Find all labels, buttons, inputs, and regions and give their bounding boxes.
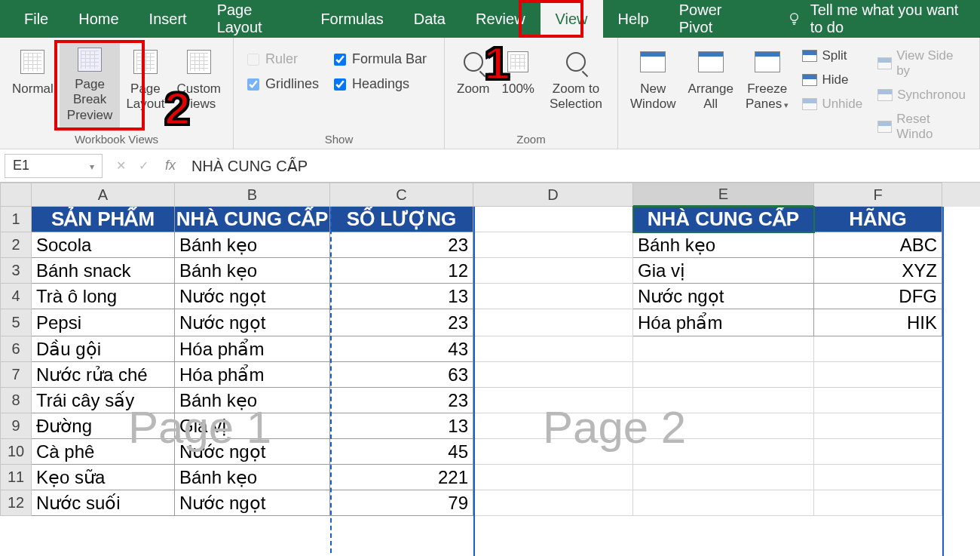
- menu-data[interactable]: Data: [399, 0, 461, 38]
- cell[interactable]: [473, 388, 633, 413]
- cell[interactable]: DFG: [814, 284, 942, 309]
- cell[interactable]: SẢN PHẨM: [32, 207, 175, 232]
- cell[interactable]: Bánh kẹo: [633, 232, 814, 258]
- cell[interactable]: Hóa phẩm: [175, 362, 330, 388]
- row-header[interactable]: 2: [0, 232, 32, 258]
- cell[interactable]: [814, 336, 942, 362]
- formula-input[interactable]: [184, 154, 980, 178]
- spreadsheet-grid[interactable]: A B C D E F 1SẢN PHẨMNHÀ CUNG CẤPSỐ LƯỢN…: [0, 183, 980, 516]
- menu-home[interactable]: Home: [63, 0, 133, 38]
- cell[interactable]: 63: [330, 362, 473, 388]
- cell[interactable]: Bánh kẹo: [175, 465, 330, 490]
- freeze-panes-button[interactable]: Freeze Panes: [740, 41, 795, 127]
- cell[interactable]: [633, 413, 814, 439]
- row-header[interactable]: 3: [0, 258, 32, 284]
- split-button[interactable]: Split: [799, 47, 865, 65]
- cell[interactable]: Nước ngọt: [175, 439, 330, 465]
- cell[interactable]: [633, 388, 814, 413]
- cell[interactable]: [633, 336, 814, 362]
- cell[interactable]: [473, 207, 633, 232]
- cell[interactable]: Bánh kẹo: [175, 232, 330, 258]
- cell[interactable]: Nước suối: [32, 490, 175, 516]
- col-header-F[interactable]: F: [814, 183, 942, 207]
- fx-button[interactable]: fx: [157, 158, 184, 174]
- col-header-C[interactable]: C: [330, 183, 473, 207]
- cell[interactable]: Hóa phẩm: [633, 309, 814, 336]
- cell[interactable]: HÃNG: [814, 207, 942, 232]
- gridlines-checkbox[interactable]: Gridlines: [247, 76, 319, 92]
- custom-views-button[interactable]: Custom Views: [170, 41, 227, 127]
- cell[interactable]: 12: [330, 258, 473, 284]
- cell[interactable]: Trái cây sấy: [32, 388, 175, 413]
- cell[interactable]: 23: [330, 388, 473, 413]
- cell[interactable]: [473, 232, 633, 258]
- tell-me-box[interactable]: Tell me what you want to do: [787, 2, 971, 36]
- menu-file[interactable]: File: [9, 0, 63, 38]
- cell[interactable]: Dầu gội: [32, 336, 175, 362]
- cell[interactable]: [473, 465, 633, 490]
- row-header[interactable]: 6: [0, 336, 32, 362]
- cell[interactable]: [473, 258, 633, 284]
- row-header[interactable]: 1: [0, 207, 32, 232]
- cell[interactable]: Bánh snack: [32, 258, 175, 284]
- cell[interactable]: [473, 439, 633, 465]
- cell[interactable]: NHÀ CUNG CẤP: [175, 207, 330, 232]
- cell[interactable]: Cà phê: [32, 439, 175, 465]
- row-header[interactable]: 12: [0, 490, 32, 516]
- cell[interactable]: Trà ô long: [32, 284, 175, 309]
- cell[interactable]: Đường: [32, 413, 175, 439]
- row-header[interactable]: 10: [0, 439, 32, 465]
- cell[interactable]: 221: [330, 465, 473, 490]
- cell[interactable]: SỐ LƯỢNG: [330, 207, 473, 232]
- row-header[interactable]: 7: [0, 362, 32, 388]
- page-break-preview-button[interactable]: Page Break Preview: [60, 41, 121, 127]
- cell[interactable]: [814, 439, 942, 465]
- cell[interactable]: Nước ngọt: [175, 490, 330, 516]
- row-header[interactable]: 8: [0, 388, 32, 413]
- menu-help[interactable]: Help: [603, 0, 664, 38]
- page-break-line-2[interactable]: [473, 207, 475, 556]
- col-header-E[interactable]: E: [633, 183, 814, 207]
- menu-view[interactable]: View: [541, 0, 603, 38]
- cell[interactable]: Nước ngọt: [633, 284, 814, 309]
- row-header[interactable]: 9: [0, 413, 32, 439]
- row-header[interactable]: 4: [0, 284, 32, 309]
- zoom-100-button[interactable]: 100%: [495, 41, 540, 127]
- row-header[interactable]: 11: [0, 465, 32, 490]
- cell[interactable]: [814, 465, 942, 490]
- cell[interactable]: [814, 490, 942, 516]
- normal-button[interactable]: Normal: [6, 41, 60, 127]
- cell[interactable]: [473, 490, 633, 516]
- zoom-button[interactable]: Zoom: [451, 41, 495, 127]
- cell[interactable]: Hóa phẩm: [175, 336, 330, 362]
- cell[interactable]: Gia vị: [175, 413, 330, 439]
- cell[interactable]: [633, 439, 814, 465]
- cell[interactable]: Nước ngọt: [175, 284, 330, 309]
- cell[interactable]: Socola: [32, 232, 175, 258]
- cell[interactable]: Nước ngọt: [175, 309, 330, 336]
- cell[interactable]: Kẹo sữa: [32, 465, 175, 490]
- cell[interactable]: HIK: [814, 309, 942, 336]
- cell[interactable]: [473, 413, 633, 439]
- menu-page-layout[interactable]: Page Layout: [202, 0, 306, 47]
- cell[interactable]: [814, 362, 942, 388]
- cell[interactable]: [473, 284, 633, 309]
- cell[interactable]: 43: [330, 336, 473, 362]
- cell[interactable]: [473, 336, 633, 362]
- cell[interactable]: Bánh kẹo: [175, 258, 330, 284]
- cell[interactable]: [633, 490, 814, 516]
- cell[interactable]: 79: [330, 490, 473, 516]
- hide-button[interactable]: Hide: [799, 71, 865, 89]
- zoom-selection-button[interactable]: Zoom to Selection: [541, 41, 611, 127]
- cell[interactable]: 13: [330, 284, 473, 309]
- col-header-A[interactable]: A: [32, 183, 175, 207]
- page-break-line-3[interactable]: [942, 207, 944, 556]
- row-header[interactable]: 5: [0, 309, 32, 336]
- cell[interactable]: Bánh kẹo: [175, 388, 330, 413]
- name-box[interactable]: E1: [5, 154, 103, 178]
- page-break-line-1[interactable]: [330, 207, 332, 556]
- cell[interactable]: [814, 388, 942, 413]
- new-window-button[interactable]: New Window: [624, 41, 681, 127]
- cell[interactable]: ABC: [814, 232, 942, 258]
- cell[interactable]: [473, 309, 633, 336]
